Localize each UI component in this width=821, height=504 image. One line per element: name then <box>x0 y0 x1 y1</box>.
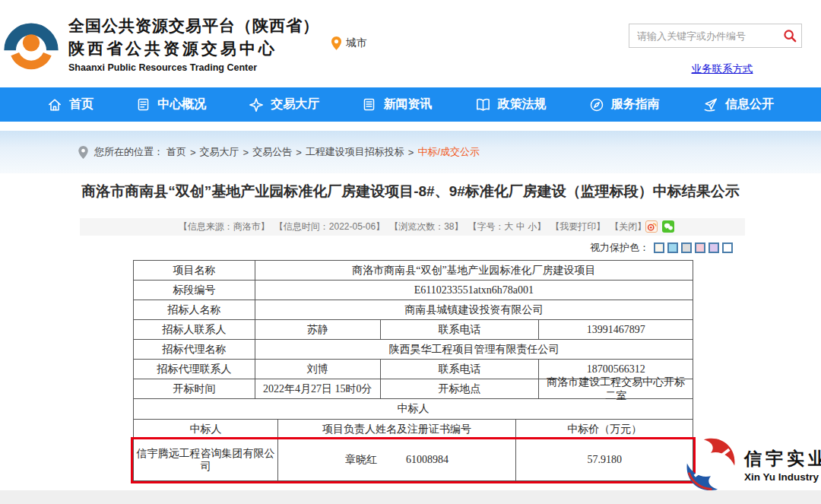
home-icon <box>47 97 62 113</box>
breadcrumb-current: 中标/成交公示 <box>417 145 480 159</box>
xinyu-name-cn: 信宇实业 <box>744 447 821 471</box>
cell-agency-contact-label: 招标代理联系人 <box>134 360 255 379</box>
eye-color-swatch-white[interactable] <box>722 242 733 253</box>
breadcrumb-separator: > <box>408 147 414 158</box>
page: 全国公共资源交易平台（陕西省） 陕西省公共资源交易中心 Shaanxi Publ… <box>0 0 821 504</box>
breadcrumb-separator: > <box>190 147 196 158</box>
breadcrumb-pin-icon <box>78 146 88 159</box>
search-icon <box>783 29 797 43</box>
eye-protection-label: 视力保护色： <box>590 241 649 255</box>
nav-label-news: 新闻资讯 <box>383 97 432 113</box>
cell-manager-col-header: 项目负责人姓名及注册证书编号 <box>278 420 517 439</box>
nav-item-service-guide[interactable]: 服务指南 <box>589 97 660 113</box>
news-icon <box>362 97 376 112</box>
site-brand: 全国公共资源交易平台（陕西省） 陕西省公共资源交易中心 Shaanxi Publ… <box>68 15 319 73</box>
table-header-row: 中标人 项目负责人姓名及注册证书编号 中标价（万元） <box>134 420 693 439</box>
footer-strip <box>0 490 821 504</box>
star-icon <box>249 97 264 113</box>
nav-label-overview: 中心概况 <box>157 97 206 113</box>
breadcrumb: 您所在的位置： 首页 > 交易大厅 > 交易公告 > 工程建设项目招标投标 > … <box>94 145 480 159</box>
breadcrumb-item-construction-bidding[interactable]: 工程建设项目招标投标 <box>306 145 404 159</box>
share-icon <box>702 97 718 113</box>
meta-date: 【信息时间：2022-05-06】 <box>274 220 385 233</box>
meta-source: 【信息来源：商洛市】 <box>179 220 270 233</box>
meta-print-button[interactable]: 【我要打印】 <box>550 220 605 233</box>
cell-tenderer-phone-label: 联系电话 <box>381 320 540 340</box>
cell-agency-contact-value: 刘博 <box>255 360 381 379</box>
wechat-share-icon[interactable] <box>662 220 674 233</box>
weibo-share-icon[interactable] <box>645 220 658 233</box>
breadcrumb-item-announcements[interactable]: 交易公告 <box>252 145 292 159</box>
table-row: 招标人名称 商南县城镇建设投资有限公司 <box>134 300 693 320</box>
cell-project-name-value: 商洛市商南县“双创”基地产业园标准化厂房建设项目 <box>255 261 693 281</box>
main-nav: 首页 中心概况 交易大厅 新闻资讯 政策法规 <box>0 87 821 122</box>
table-row: 招标人联系人 苏静 联系电话 13991467897 <box>134 320 693 340</box>
book-icon <box>475 97 491 113</box>
xinyu-name-en: Xin Yu Industry <box>744 471 821 483</box>
breadcrumb-item-trading-hall[interactable]: 交易大厅 <box>200 145 239 159</box>
nav-label-service-guide: 服务指南 <box>611 97 660 113</box>
table-row: 标段编号 E6110233551atxn6h78a001 <box>134 281 693 300</box>
breadcrumb-item-home[interactable]: 首页 <box>166 145 186 159</box>
business-contact-link[interactable]: 业务联系方式 <box>669 62 775 76</box>
meta-close-button[interactable]: 【关闭】 <box>610 220 646 233</box>
cell-winner-section-title: 中标人 <box>134 399 693 420</box>
nav-label-trading-hall: 交易大厅 <box>271 97 319 113</box>
location-pin-icon <box>331 36 341 50</box>
table-section-row: 中标人 <box>134 399 693 420</box>
xinyu-logo-icon <box>682 436 740 493</box>
site-title-line2: 陕西省公共资源交易中心 <box>68 38 319 59</box>
xinyu-watermark: 信宇实业 Xin Yu Industry <box>682 436 821 493</box>
winner-manager-name: 章晓红 <box>345 453 377 467</box>
search-button[interactable] <box>778 24 801 47</box>
breadcrumb-separator: > <box>296 147 302 158</box>
site-title-english: Shaanxi Public Resources Trading Center <box>68 62 319 73</box>
eye-color-swatch-pink[interactable] <box>695 242 705 253</box>
city-selector[interactable]: 城市 <box>331 36 367 50</box>
cell-price-col-header: 中标价（万元） <box>516 420 693 439</box>
nav-item-info-disclosure[interactable]: 信息公开 <box>702 97 774 113</box>
eye-color-swatch-gray[interactable] <box>681 242 692 253</box>
nav-label-home: 首页 <box>69 97 94 113</box>
cell-tenderer-contact-label: 招标人联系人 <box>134 320 255 340</box>
document-icon <box>136 97 151 112</box>
cell-winner-manager: 章晓红 61008984 <box>278 439 517 481</box>
cell-agency-phone-label: 联系电话 <box>381 360 540 379</box>
cell-winner-col-header: 中标人 <box>134 420 278 439</box>
cell-section-no-label: 标段编号 <box>134 281 255 300</box>
nav-label-policies: 政策法规 <box>498 97 547 113</box>
eye-color-swatch-blue[interactable] <box>667 242 678 253</box>
eye-color-swatch-cream[interactable] <box>654 242 664 253</box>
cell-open-place-value: 商洛市建设工程交易中心开标二室 <box>539 379 693 399</box>
cell-tenderer-value: 商南县城镇建设投资有限公司 <box>255 300 693 320</box>
cell-agency-value: 陕西昊华工程项目管理有限责任公司 <box>255 340 693 360</box>
breadcrumb-separator: > <box>243 147 249 158</box>
nav-item-home[interactable]: 首页 <box>47 97 94 113</box>
meta-font-size-controls[interactable]: 【字号：大 中 小】 <box>468 220 547 233</box>
nav-item-trading-hall[interactable]: 交易大厅 <box>249 97 319 113</box>
eye-color-swatch-purple[interactable] <box>708 242 719 253</box>
winner-row: 信宇腾远工程咨询集团有限公司 章晓红 61008984 57.9180 <box>134 439 693 481</box>
breadcrumb-band: 您所在的位置： 首页 > 交易大厅 > 交易公告 > 工程建设项目招标投标 > … <box>0 131 821 173</box>
cell-project-name-label: 项目名称 <box>134 261 255 281</box>
cell-winner-price: 57.9180 <box>516 439 693 481</box>
nav-item-news[interactable]: 新闻资讯 <box>362 97 432 113</box>
nav-item-overview[interactable]: 中心概况 <box>136 97 206 113</box>
cell-open-time-value: 2022年4月27日 15时0分 <box>255 379 381 399</box>
cell-tenderer-phone-value: 13991467897 <box>539 320 693 340</box>
city-label: 城市 <box>346 36 367 50</box>
table-row: 项目名称 商洛市商南县“双创”基地产业园标准化厂房建设项目 <box>134 261 693 281</box>
site-header: 全国公共资源交易平台（陕西省） 陕西省公共资源交易中心 Shaanxi Publ… <box>0 0 821 87</box>
search-input[interactable] <box>629 30 778 42</box>
winner-cert-no: 61008984 <box>406 453 449 467</box>
nav-label-info-disclosure: 信息公开 <box>725 97 774 113</box>
cell-open-place-label: 开标地点 <box>381 379 540 399</box>
meta-views: 【浏览次数：38】 <box>389 220 463 233</box>
cell-tenderer-label: 招标人名称 <box>134 300 255 320</box>
cell-section-no-value: E6110233551atxn6h78a001 <box>255 281 693 300</box>
nav-item-policies[interactable]: 政策法规 <box>475 97 547 113</box>
table-row: 招标代理名称 陕西昊华工程项目管理有限责任公司 <box>134 340 693 360</box>
cell-winner-company: 信宇腾远工程咨询集团有限公司 <box>134 439 278 481</box>
cell-open-time-label: 开标时间 <box>134 379 255 399</box>
cell-tenderer-contact-value: 苏静 <box>255 320 381 340</box>
